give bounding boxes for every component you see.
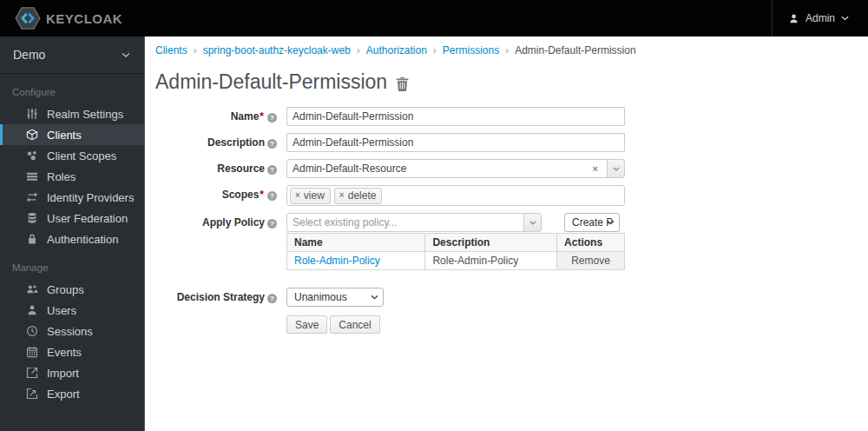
user-menu[interactable]: Admin [772, 0, 868, 36]
clear-icon[interactable]: × [589, 163, 602, 174]
chevron-down-icon [841, 16, 849, 21]
sidebar-item-clients[interactable]: Clients [0, 124, 144, 145]
scope-chip-label: delete [348, 189, 377, 202]
description-row: Description? [155, 133, 868, 152]
nav-section-label-configure: Configure [0, 74, 144, 103]
help-icon[interactable]: ? [267, 219, 277, 229]
breadcrumb-separator: › [357, 44, 360, 56]
sidebar-item-roles[interactable]: Roles [0, 166, 144, 187]
policy-description-cell: Role-Admin-Policy [425, 252, 557, 270]
policy-table-header-description: Description [425, 234, 557, 252]
scope-chip-delete[interactable]: ×delete [334, 188, 383, 204]
help-icon[interactable]: ? [267, 191, 277, 201]
sidebar-item-import[interactable]: Import [0, 362, 144, 383]
decision-strategy-select[interactable]: Unanimous [286, 288, 384, 307]
sidebar-item-authentication[interactable]: Authentication [0, 229, 144, 249]
scopes-input[interactable]: ×view×delete [286, 185, 625, 206]
realm-selector[interactable]: Demo [0, 36, 144, 74]
description-label: Description? [155, 133, 277, 149]
sidebar-item-label: Export [47, 388, 80, 401]
remove-scope-icon[interactable]: × [295, 190, 300, 200]
breadcrumb-link-spring-boot-authz-keycloak-web[interactable]: spring-boot-authz-keycloak-web [203, 44, 351, 56]
breadcrumb-separator: › [194, 44, 197, 56]
name-row: Name*? [155, 107, 868, 126]
import-icon [26, 367, 38, 379]
policy-table-header-actions: Actions [557, 234, 625, 252]
scope-chip-label: view [304, 189, 325, 202]
policy-name-link[interactable]: Role-Admin-Policy [287, 252, 425, 270]
help-icon[interactable]: ? [267, 139, 277, 149]
dropdown-toggle-icon[interactable] [523, 214, 541, 231]
sidebar-item-events[interactable]: Events [0, 341, 144, 362]
resource-select-value: Admin-Default-Resource [293, 162, 406, 175]
keycloak-logo[interactable]: KEYCLOAK [0, 7, 122, 30]
required-asterisk: * [260, 110, 264, 123]
resource-row: Resource? Admin-Default-Resource× [155, 159, 868, 178]
trash-icon [396, 76, 409, 91]
sidebar-nav: ConfigureRealm SettingsClientsClient Sco… [0, 74, 144, 404]
list-icon [26, 170, 38, 182]
clock-icon [26, 325, 38, 337]
dropdown-toggle-icon[interactable] [607, 160, 624, 177]
create-policy-select[interactable]: Create P [564, 213, 620, 232]
sidebar-item-label: Import [47, 367, 79, 380]
policy-table: NameDescriptionActions Role-Admin-Policy… [286, 233, 625, 270]
sidebar-item-label: Identity Providers [47, 191, 134, 204]
chevron-down-icon [607, 220, 615, 225]
chevron-down-icon [122, 52, 130, 58]
sidebar-item-label: Events [47, 346, 82, 359]
remove-scope-icon[interactable]: × [339, 190, 345, 200]
resource-select[interactable]: Admin-Default-Resource× [286, 159, 625, 178]
breadcrumb-link-authorization[interactable]: Authorization [366, 44, 427, 56]
breadcrumb: Clients›spring-boot-authz-keycloak-web›A… [155, 44, 868, 56]
name-label: Name*? [155, 107, 277, 123]
sidebar-item-realm-settings[interactable]: Realm Settings [0, 103, 144, 124]
sidebar-item-identity-providers[interactable]: Identity Providers [0, 187, 144, 208]
help-icon[interactable]: ? [267, 165, 277, 175]
decision-strategy-label: Decision Strategy? [155, 288, 277, 303]
sidebar-item-users[interactable]: Users [0, 300, 144, 321]
user-menu-label: Admin [806, 12, 835, 24]
scope-chip-view[interactable]: ×view [290, 188, 331, 204]
groups-icon [26, 283, 38, 295]
sidebar-item-label: Authentication [47, 233, 118, 246]
sidebar-item-label: Sessions [47, 325, 93, 338]
breadcrumb-link-clients[interactable]: Clients [155, 44, 187, 56]
save-button[interactable]: Save [286, 315, 327, 334]
sidebar-item-sessions[interactable]: Sessions [0, 321, 144, 341]
apply-policy-select[interactable]: Select existing policy... [286, 213, 542, 232]
policy-table-body: Role-Admin-PolicyRole-Admin-PolicyRemove [287, 252, 625, 270]
sidebar-item-client-scopes[interactable]: Client Scopes [0, 145, 144, 166]
database-icon [26, 212, 38, 224]
sidebar-item-label: Clients [47, 129, 82, 142]
lock-icon [26, 233, 38, 245]
scopes-label: Scopes*? [155, 185, 277, 201]
apply-policy-row: Apply Policy? Select existing policy... … [155, 213, 868, 270]
sidebar: Demo ConfigureRealm SettingsClientsClien… [0, 36, 145, 431]
nav-section-label-manage: Manage [0, 249, 144, 279]
sidebar-item-export[interactable]: Export [0, 383, 144, 404]
sidebar-item-label: Roles [47, 170, 76, 183]
help-icon[interactable]: ? [267, 113, 277, 123]
sidebar-item-groups[interactable]: Groups [0, 279, 144, 300]
help-icon[interactable]: ? [267, 294, 277, 303]
delete-permission-button[interactable] [396, 76, 409, 91]
export-icon [26, 388, 38, 400]
remove-policy-button[interactable]: Remove [557, 252, 625, 270]
sidebar-item-user-federation[interactable]: User Federation [0, 208, 144, 229]
breadcrumb-link-permissions[interactable]: Permissions [443, 44, 499, 56]
swap-arrows-icon [26, 191, 38, 203]
cancel-button[interactable]: Cancel [330, 315, 379, 334]
realm-selector-label: Demo [13, 48, 45, 62]
cube-icon [26, 129, 38, 141]
user-icon [788, 13, 799, 24]
description-input[interactable] [286, 133, 625, 152]
sidebar-item-label: User Federation [47, 212, 128, 225]
name-input[interactable] [286, 107, 625, 126]
decision-strategy-value: Unanimous [294, 291, 347, 303]
sidebar-item-label: Groups [47, 283, 84, 296]
breadcrumb-current: Admin-Default-Permission [515, 44, 635, 56]
chevron-down-icon [371, 295, 378, 300]
decision-strategy-row: Decision Strategy? Unanimous [155, 288, 868, 307]
sidebar-item-label: Users [47, 304, 76, 317]
